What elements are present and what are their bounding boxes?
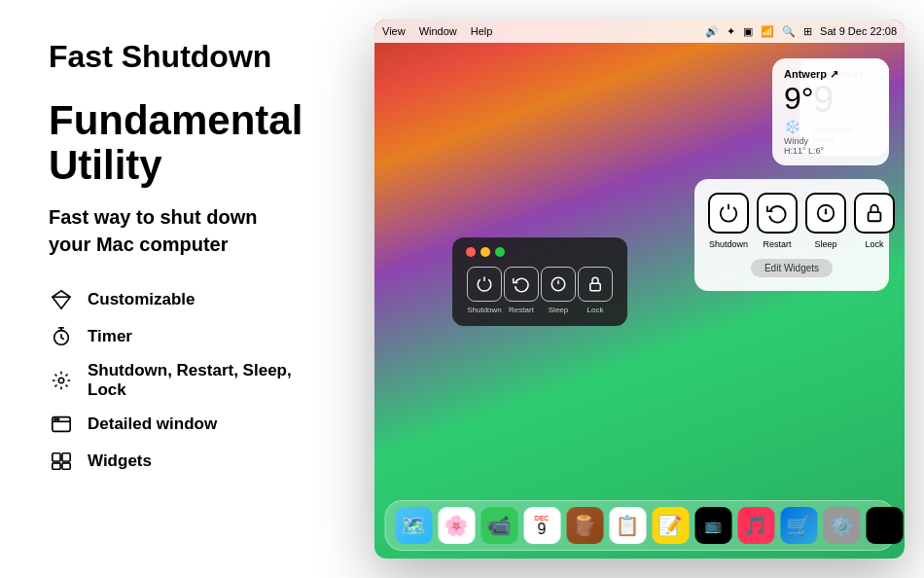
menu-bar-right: 🔊 ✦ ▣ 📶 🔍 ⊞ Sat 9 Dec 22:08 — [705, 19, 897, 43]
right-panel: View Window Help 🔊 ✦ ▣ 📶 🔍 ⊞ Sat 9 Dec 2… — [365, 0, 924, 578]
detailed-window-label: Detailed window — [88, 415, 217, 434]
dock-appstore[interactable]: 🛒 — [780, 507, 817, 544]
popup-shutdown-btn[interactable] — [467, 267, 502, 302]
power-sleep-btn[interactable] — [805, 193, 846, 234]
power-sleep-label: Sleep — [814, 239, 836, 249]
weather-temp: 9° — [784, 81, 877, 117]
svg-rect-10 — [62, 463, 70, 469]
weather-widget: Antwerp ↗ 9° ❄️ Windy H:11° L:6° — [772, 58, 889, 165]
tagline: Fast way to shut downyour Mac computer — [49, 203, 326, 258]
feature-widgets: Widgets — [49, 449, 326, 474]
svg-point-2 — [58, 379, 64, 384]
search-icon[interactable]: 🔍 — [782, 25, 796, 38]
shutdown-label: Shutdown, Restart, Sleep, Lock — [88, 361, 326, 400]
popup-lock-item: Lock — [578, 267, 613, 314]
diamond-icon — [49, 287, 74, 312]
bluetooth-icon: ✦ — [727, 25, 735, 38]
svg-rect-14 — [869, 212, 881, 221]
menu-bar-left: View Window Help — [382, 25, 492, 37]
dock-settings[interactable]: ⚙️ — [823, 507, 860, 544]
desktop-content: SATURDAY 9 No events today Antwerp ↗ 9° … — [374, 43, 905, 559]
dock-reminders[interactable]: 📋 — [609, 507, 646, 544]
app-title: Fast Shutdown — [49, 39, 326, 75]
dock-finder[interactable]: 🪵 — [566, 507, 603, 544]
widgets-label: Widgets — [88, 452, 152, 471]
popup-sleep-label: Sleep — [549, 306, 568, 314]
svg-rect-7 — [53, 453, 60, 461]
power-shutdown-label: Shutdown — [709, 239, 748, 249]
power-restart-btn[interactable] — [757, 193, 798, 234]
menu-help[interactable]: Help — [471, 25, 493, 37]
gear-icon — [49, 368, 74, 393]
top-widgets: SATURDAY 9 No events today Antwerp ↗ 9° … — [800, 58, 889, 156]
popup-window: Shutdown Restart — [452, 237, 627, 326]
power-restart-label: Restart — [763, 239, 791, 249]
left-panel: Fast Shutdown FundamentalUtility Fast wa… — [0, 0, 365, 578]
popup-restart-btn[interactable] — [504, 267, 539, 302]
popup-shutdown-label: Shutdown — [467, 306, 502, 314]
svg-point-5 — [54, 418, 56, 420]
menu-time: Sat 9 Dec 22:08 — [820, 25, 897, 37]
dock-appletv[interactable]: 📺 — [694, 507, 731, 544]
feature-detailed-window: Detailed window — [49, 412, 326, 437]
menu-window[interactable]: Window — [419, 25, 457, 37]
popup-sleep-btn[interactable] — [541, 267, 576, 302]
feature-shutdown: Shutdown, Restart, Sleep, Lock — [49, 361, 326, 400]
popup-buttons: Shutdown Restart — [466, 267, 614, 314]
volume-icon: 🔊 — [705, 25, 719, 38]
svg-rect-8 — [62, 453, 70, 461]
svg-rect-17 — [590, 283, 601, 291]
svg-rect-9 — [53, 463, 60, 469]
popup-restart-item: Restart — [504, 267, 539, 314]
popup-sleep-item: Sleep — [541, 267, 576, 314]
svg-point-6 — [57, 418, 59, 420]
power-shutdown-btn[interactable] — [708, 193, 749, 234]
mac-window: View Window Help 🔊 ✦ ▣ 📶 🔍 ⊞ Sat 9 Dec 2… — [374, 19, 905, 559]
close-dot[interactable] — [466, 247, 476, 257]
popup-lock-btn[interactable] — [578, 267, 613, 302]
dock-notes[interactable]: 📝 — [652, 507, 689, 544]
power-lock-label: Lock — [865, 239, 883, 249]
feature-customizable: Customizable — [49, 287, 326, 312]
weather-condition: Windy H:11° L:6° — [784, 136, 877, 156]
maximize-dot[interactable] — [495, 247, 505, 257]
widgets-icon — [49, 449, 74, 474]
edit-widgets-button[interactable]: Edit Widgets — [751, 259, 833, 277]
wifi-icon: 📶 — [761, 25, 774, 38]
power-restart-item: Restart — [757, 193, 798, 249]
battery-icon: ▣ — [743, 25, 753, 38]
popup-shutdown-item: Shutdown — [467, 267, 502, 314]
popup-restart-label: Restart — [509, 306, 534, 314]
power-lock-btn[interactable] — [854, 193, 895, 234]
menu-bar: View Window Help 🔊 ✦ ▣ 📶 🔍 ⊞ Sat 9 Dec 2… — [374, 19, 905, 43]
weather-city: Antwerp ↗ — [784, 68, 877, 81]
dock-photos[interactable]: 🌸 — [438, 507, 475, 544]
dock-fastshutdown[interactable]: ⏻ — [866, 507, 903, 544]
dock-music[interactable]: 🎵 — [737, 507, 774, 544]
features-list: Customizable Timer Shutdown, Restart, — [49, 287, 326, 474]
dock-facetime[interactable]: 📹 — [480, 507, 517, 544]
power-lock-item: Lock — [854, 193, 895, 249]
dock-calendar[interactable]: DEC 9 — [523, 507, 560, 544]
subtitle: FundamentalUtility — [49, 98, 326, 188]
popup-traffic-lights — [466, 247, 614, 257]
power-sleep-item: Sleep — [805, 193, 846, 249]
timer-icon — [49, 324, 74, 349]
mac-desktop: View Window Help 🔊 ✦ ▣ 📶 🔍 ⊞ Sat 9 Dec 2… — [374, 19, 905, 559]
power-shutdown-item: Shutdown — [708, 193, 749, 249]
control-center-icon[interactable]: ⊞ — [803, 25, 812, 38]
dock-maps[interactable]: 🗺️ — [395, 507, 432, 544]
power-widget: Shutdown Restart — [694, 179, 889, 291]
timer-label: Timer — [88, 327, 132, 346]
power-buttons-row: Shutdown Restart — [708, 193, 875, 249]
dock: 🗺️ 🌸 📹 DEC 9 🪵 📋 📝 — [384, 500, 895, 551]
feature-timer: Timer — [49, 324, 326, 349]
customizable-label: Customizable — [88, 290, 195, 309]
minimize-dot[interactable] — [480, 247, 490, 257]
window-icon — [49, 412, 74, 437]
popup-lock-label: Lock — [587, 306, 604, 314]
menu-view[interactable]: View — [382, 25, 406, 37]
